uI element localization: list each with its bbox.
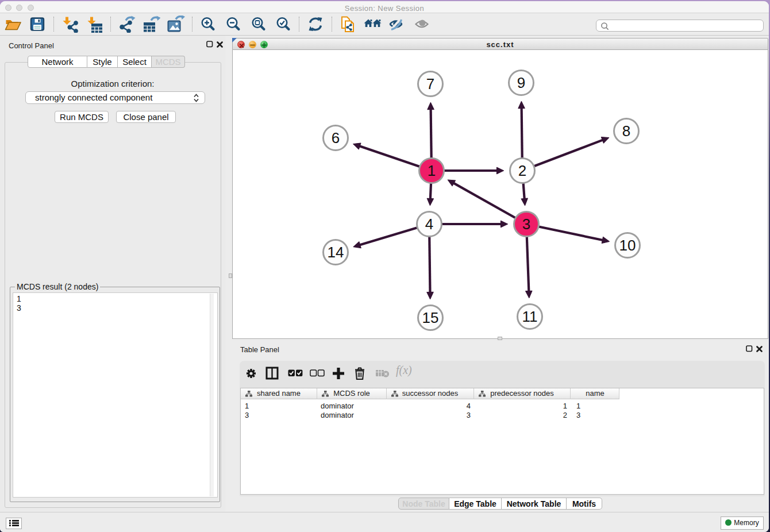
svg-text:8: 8 (622, 122, 630, 140)
svg-text:11: 11 (522, 308, 538, 325)
svg-text:15: 15 (422, 309, 439, 326)
svg-text:6: 6 (332, 129, 340, 147)
svg-text:2: 2 (518, 162, 526, 179)
svg-text:9: 9 (517, 74, 525, 91)
svg-text:14: 14 (328, 244, 344, 261)
svg-text:3: 3 (522, 215, 530, 233)
svg-text:4: 4 (425, 215, 433, 233)
svg-text:7: 7 (426, 75, 434, 92)
svg-text:10: 10 (619, 237, 636, 254)
svg-text:1: 1 (428, 162, 436, 179)
